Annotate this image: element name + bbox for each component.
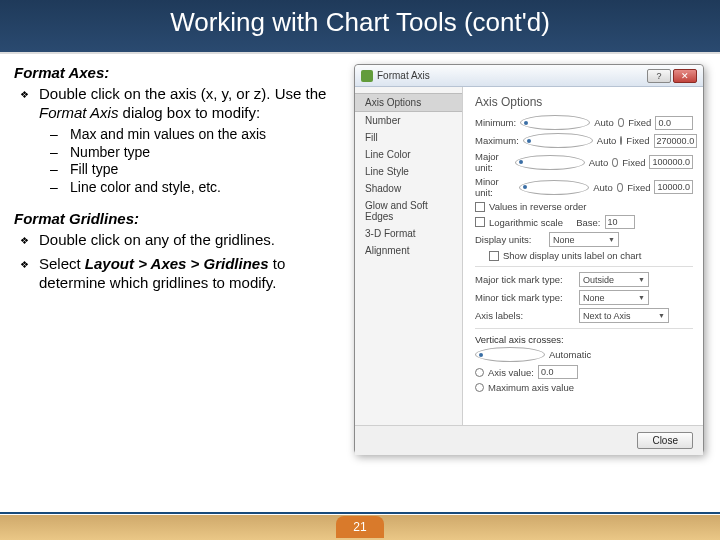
bullet-gridlines-2: ❖ Select Layout > Axes > Gridlines to de… (14, 255, 346, 293)
chevron-down-icon: ▼ (608, 236, 615, 243)
dialog-main-panel: Axis Options Minimum: Auto Fixed 0.0 Max… (463, 87, 703, 425)
row-log: Logarithmic scale Base:10 (475, 215, 693, 229)
row-cross-value: Axis value:0.0 (475, 365, 693, 379)
log-base-field[interactable]: 10 (605, 215, 635, 229)
bullet-format-axes: ❖ Double click on the axis (x, y, or z).… (14, 85, 346, 123)
close-button[interactable]: Close (637, 432, 693, 449)
row-maximum: Maximum: Auto Fixed 270000.0 (475, 133, 693, 148)
sub-bullets: –Max and min values on the axis –Number … (14, 126, 346, 196)
panel-heading: Axis Options (475, 95, 693, 109)
dialog-titlebar[interactable]: Format Axis ? ✕ (355, 65, 703, 87)
row-minor-unit: Minor unit: Auto Fixed 10000.0 (475, 176, 693, 198)
section-head-format-axes: Format Axes: (14, 64, 346, 83)
dash-icon: – (50, 126, 60, 144)
sub-item: Fill type (70, 161, 118, 179)
row-major-tick: Major tick mark type:Outside▼ (475, 272, 693, 287)
chevron-down-icon: ▼ (658, 312, 665, 319)
window-icon (361, 70, 373, 82)
row-cross-auto: Automatic (475, 347, 693, 362)
radio-auto[interactable] (523, 133, 593, 148)
chevron-down-icon: ▼ (638, 294, 645, 301)
axis-labels-select[interactable]: Next to Axis▼ (579, 308, 669, 323)
help-button[interactable]: ? (647, 69, 671, 83)
radio-fixed[interactable] (617, 183, 624, 192)
row-minor-tick: Minor tick mark type:None▼ (475, 290, 693, 305)
row-reverse: Values in reverse order (475, 201, 693, 212)
dialog-title: Format Axis (377, 70, 647, 81)
format-axis-dialog: Format Axis ? ✕ Axis Options Number Fill… (354, 64, 704, 454)
sidebar-item-shadow[interactable]: Shadow (355, 180, 462, 197)
text-content: Format Axes: ❖ Double click on the axis … (14, 64, 346, 454)
dialog-footer: Close (355, 425, 703, 455)
page-number-badge: 21 (336, 516, 384, 538)
section-head-format-gridlines: Format Gridlines: (14, 210, 346, 229)
display-units-select[interactable]: None▼ (549, 232, 619, 247)
sidebar-item-glow[interactable]: Glow and Soft Edges (355, 197, 462, 225)
minor-tick-select[interactable]: None▼ (579, 290, 649, 305)
sub-item: Max and min values on the axis (70, 126, 266, 144)
diamond-bullet-icon: ❖ (20, 85, 29, 123)
sidebar-item-alignment[interactable]: Alignment (355, 242, 462, 259)
diamond-bullet-icon: ❖ (20, 231, 29, 251)
sub-item: Number type (70, 144, 150, 162)
bullet-gridlines-1: ❖ Double click on any of the gridlines. (14, 231, 346, 251)
radio-fixed[interactable] (612, 158, 618, 167)
sidebar-item-line-style[interactable]: Line Style (355, 163, 462, 180)
row-axis-labels: Axis labels:Next to Axis▼ (475, 308, 693, 323)
page-number: 21 (353, 520, 366, 534)
cross-value-field[interactable]: 0.0 (538, 365, 578, 379)
bullet-text: Double click on the axis (x, y, or z). U… (39, 85, 346, 123)
minimum-field[interactable]: 0.0 (655, 116, 693, 130)
dialog-sidebar: Axis Options Number Fill Line Color Line… (355, 87, 463, 425)
radio-cross-auto[interactable] (475, 347, 545, 362)
chevron-down-icon: ▼ (638, 276, 645, 283)
slide-footer: 21 (0, 504, 720, 540)
sidebar-item-line-color[interactable]: Line Color (355, 146, 462, 163)
radio-cross-value[interactable] (475, 368, 484, 377)
radio-auto[interactable] (515, 155, 585, 170)
sidebar-item-3d[interactable]: 3-D Format (355, 225, 462, 242)
row-show-units: Show display units label on chart (475, 250, 693, 261)
minor-unit-field[interactable]: 10000.0 (654, 180, 693, 194)
sub-item: Line color and style, etc. (70, 179, 221, 197)
radio-auto[interactable] (520, 115, 590, 130)
bullet-text: Select Layout > Axes > Gridlines to dete… (39, 255, 346, 293)
slide-title: Working with Chart Tools (cont'd) (170, 7, 550, 38)
diamond-bullet-icon: ❖ (20, 255, 29, 293)
sidebar-item-axis-options[interactable]: Axis Options (355, 93, 462, 112)
row-display-units: Display units:None▼ (475, 232, 693, 247)
row-major-unit: Major unit: Auto Fixed 100000.0 (475, 151, 693, 173)
major-unit-field[interactable]: 100000.0 (649, 155, 693, 169)
dash-icon: – (50, 161, 60, 179)
dash-icon: – (50, 144, 60, 162)
radio-fixed[interactable] (618, 118, 624, 127)
major-tick-select[interactable]: Outside▼ (579, 272, 649, 287)
slide-title-bar: Working with Chart Tools (cont'd) (0, 0, 720, 54)
radio-cross-max[interactable] (475, 383, 484, 392)
sidebar-item-fill[interactable]: Fill (355, 129, 462, 146)
dash-icon: – (50, 179, 60, 197)
row-minimum: Minimum: Auto Fixed 0.0 (475, 115, 693, 130)
row-cross-max: Maximum axis value (475, 382, 693, 393)
bullet-text: Double click on any of the gridlines. (39, 231, 275, 251)
crosses-head: Vertical axis crosses: (475, 334, 693, 345)
checkbox-reverse[interactable] (475, 202, 485, 212)
radio-fixed[interactable] (620, 136, 622, 145)
maximum-field[interactable]: 270000.0 (654, 134, 698, 148)
checkbox-show-units[interactable] (489, 251, 499, 261)
close-icon[interactable]: ✕ (673, 69, 697, 83)
checkbox-log[interactable] (475, 217, 485, 227)
radio-auto[interactable] (519, 180, 589, 195)
sidebar-item-number[interactable]: Number (355, 112, 462, 129)
